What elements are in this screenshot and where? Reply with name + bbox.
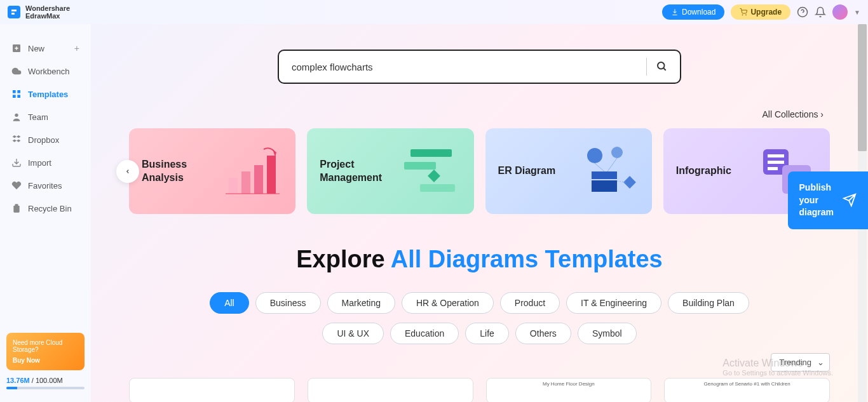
svg-rect-12 [254,165,263,194]
svg-rect-22 [592,180,617,192]
sidebar: New + Workbench Templates Team Dropbox I… [0,24,91,402]
storage-promo-card[interactable]: Need more Cloud Storage? Buy Now [6,333,85,370]
chevron-down-icon: ⌄ [817,358,824,367]
cloud-icon [11,66,22,76]
sidebar-item-new[interactable]: New + [0,37,91,60]
search-button[interactable] [656,60,667,74]
svg-rect-23 [623,176,636,189]
svg-rect-7 [17,95,20,98]
svg-point-9 [658,62,665,69]
gantt-icon [398,143,461,200]
storage-bar [6,387,85,389]
svg-rect-6 [13,95,16,98]
help-icon[interactable] [797,6,808,18]
category-card-er-diagram[interactable]: ER Diagram [485,128,652,214]
svg-rect-13 [267,156,276,194]
download-icon [671,8,679,16]
all-collections-link[interactable]: All Collections › [129,109,830,119]
sidebar-item-team[interactable]: Team [0,105,91,128]
template-card[interactable]: Genogram of Senario #1 with Children [664,378,830,402]
filter-chip-life[interactable]: Life [465,323,509,344]
bar-chart-icon [219,143,283,200]
app-header: Wondershare EdrawMax Download Upgrade ▼ [0,0,868,24]
filter-chip-product[interactable]: Product [500,292,560,314]
template-card[interactable]: My Home Floor Design [486,378,652,402]
svg-point-20 [611,147,623,158]
sidebar-item-label: Team [28,112,48,122]
chevron-down-icon[interactable]: ▼ [854,9,860,16]
svg-rect-30 [768,167,778,170]
storage-usage: 13.76M / 100.00M [6,377,85,384]
category-card-business-analysis[interactable]: Business Analysis [129,128,295,214]
sidebar-item-label: Dropbox [28,135,59,145]
filter-chip-education[interactable]: Education [390,323,459,344]
search-icon [656,60,667,72]
cart-icon [740,8,747,16]
svg-point-1 [746,15,747,15]
sidebar-item-label: New [28,44,44,53]
sidebar-item-recycle[interactable]: Recycle Bin [0,197,91,220]
category-title: Project Management [320,158,397,185]
search-input[interactable] [292,62,637,72]
scrollbar-thumb[interactable] [858,24,867,151]
chevron-left-icon [125,167,131,176]
template-icon [11,89,22,99]
logo-area[interactable]: Wondershare EdrawMax [8,4,70,20]
chevron-right-icon: › [820,109,824,119]
avatar[interactable] [832,4,848,20]
filter-chip-it[interactable]: IT & Engineering [566,292,661,314]
sidebar-item-templates[interactable]: Templates [0,83,91,105]
template-card[interactable] [129,378,295,402]
svg-rect-4 [13,90,16,93]
upgrade-button[interactable]: Upgrade [731,4,790,20]
filter-chip-marketing[interactable]: Marketing [327,292,395,314]
carousel-prev-button[interactable] [116,160,139,183]
publish-diagram-cta[interactable]: Publish your diagram [788,171,868,229]
svg-point-0 [742,15,743,15]
template-card[interactable] [308,378,473,402]
divider [646,58,647,76]
sidebar-item-label: Recycle Bin [28,204,72,213]
svg-rect-28 [768,154,784,157]
sidebar-item-workbench[interactable]: Workbench [0,60,91,83]
filter-chip-hr[interactable]: HR & Operation [402,292,494,314]
header-actions: Download Upgrade ▼ [662,4,860,20]
svg-rect-15 [410,149,452,157]
sidebar-item-label: Workbench [28,67,70,76]
sidebar-item-label: Templates [28,90,68,99]
category-card-project-management[interactable]: Project Management [307,128,473,214]
filter-chip-business[interactable]: Business [255,292,321,314]
er-diagram-icon [576,143,639,200]
svg-line-24 [595,163,604,171]
search-box [278,50,681,84]
sidebar-item-import[interactable]: Import [0,151,91,174]
category-title: ER Diagram [498,164,556,178]
filter-row-2: UI & UX Education Life Others Symbol [129,323,830,344]
plus-square-icon [11,43,22,53]
category-title: Infographic [676,164,731,178]
svg-rect-11 [241,171,250,194]
main-content: All Collections › Business Analysis Proj… [91,24,868,402]
sidebar-item-favorites[interactable]: Favorites [0,174,91,197]
plus-icon[interactable]: + [74,43,79,53]
svg-rect-16 [404,162,436,170]
svg-rect-17 [420,184,455,192]
user-icon [11,112,22,122]
svg-line-25 [607,158,617,171]
svg-point-8 [15,114,18,117]
send-icon [843,193,857,207]
filter-chip-symbol[interactable]: Symbol [578,323,637,344]
sidebar-item-label: Import [28,158,51,168]
sort-dropdown[interactable]: Trending ⌄ [771,353,830,372]
sidebar-item-dropbox[interactable]: Dropbox [0,128,91,151]
filter-chip-uiux[interactable]: UI & UX [322,323,384,344]
filter-chip-others[interactable]: Others [515,323,571,344]
dropbox-icon [11,135,22,145]
download-button[interactable]: Download [662,4,724,20]
bell-icon[interactable] [815,6,826,18]
trash-icon [11,203,22,213]
filter-chip-building[interactable]: Building Plan [668,292,749,314]
logo-icon [8,6,20,18]
svg-rect-10 [229,178,238,194]
filter-chip-all[interactable]: All [210,292,249,314]
